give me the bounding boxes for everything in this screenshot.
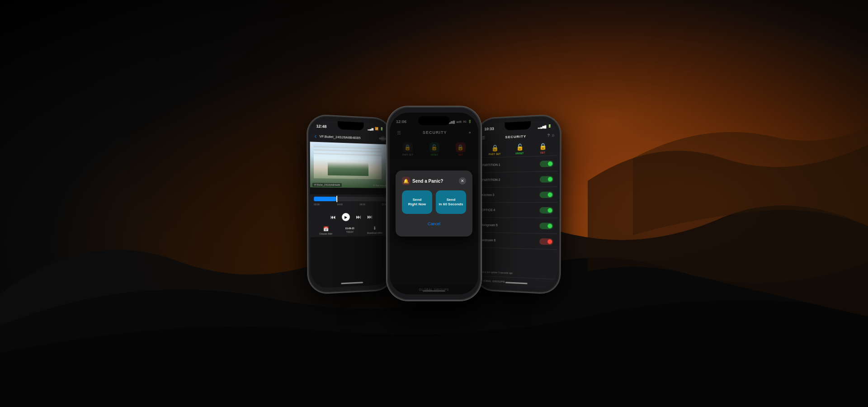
panic-cancel-label: Cancel — [428, 222, 440, 226]
toggle-dot-4 — [547, 208, 552, 213]
partition-1-name: PARTITION 1 — [482, 163, 500, 167]
partition-2-toggle[interactable] — [540, 176, 553, 183]
left-signal-icon: ▂▄▆ — [368, 127, 373, 130]
partition-item-1[interactable]: PARTITION 1 — [478, 156, 558, 173]
right-phone-screen: 10:33 ▂▄▆█ 🔋 ☰ SECURITY ? ⌂ — [476, 120, 558, 289]
partition-5-toggle[interactable] — [539, 222, 553, 229]
right-battery-icon: 🔋 — [547, 124, 552, 128]
download-icon: ⬇ — [373, 226, 377, 231]
panic-action-buttons: SendRight Now Sendin 60 Seconds — [402, 190, 466, 214]
partition-4-toggle[interactable] — [539, 207, 553, 213]
timeline-bar[interactable] — [314, 197, 387, 201]
date-display-item: 01-06-23 TODAY — [345, 227, 354, 233]
status-footer-text: Status last update: 5 seconds ago — [480, 270, 513, 274]
phone-left: 12:48 ▂▄▆ 📶 🔋 ‹ VF.Bullet_24S26A6B4EB5 R… — [307, 114, 394, 294]
partition-item-4[interactable]: OFFICE 4 — [477, 203, 558, 218]
video-thumbnail[interactable]: VF.Bullet_24S26A6B4EB5 ⊕ Set manually — [310, 142, 390, 188]
phone-right: 10:33 ▂▄▆█ 🔋 ☰ SECURITY ? ⌂ — [474, 114, 561, 294]
toggle-track-2 — [540, 176, 553, 183]
left-wifi-icon: 📶 — [375, 127, 378, 131]
part-set-action-icon: 🔒 — [491, 144, 498, 151]
panic-overlay: 🔔 Send a Panic? ✕ SendRight Now S — [390, 113, 478, 294]
left-status-icons: ▂▄▆ 📶 🔋 — [368, 127, 384, 131]
download-item[interactable]: ⬇ Download video — [367, 225, 382, 234]
right-signal-icon: ▂▄▆█ — [538, 125, 546, 128]
chevron-right-icon: › — [552, 282, 554, 286]
download-label: Download video — [367, 231, 382, 234]
right-menu-icon[interactable]: ☰ — [482, 136, 486, 140]
toggle-track-6 — [539, 238, 553, 245]
send-now-button[interactable]: SendRight Now — [402, 190, 432, 214]
volume-down-button — [307, 186, 308, 202]
right-status-icons: ▂▄▆█ 🔋 — [538, 124, 552, 128]
center-phone-screen: 12:06 ▂▄▆█ wifi 3G 🔋 ☰ SECURITY ● — [390, 113, 478, 294]
toggle-dot-6 — [547, 239, 552, 244]
center-volume-down — [387, 175, 387, 195]
timeline-labels: 00:00 04:00 08:00 12:00 — [314, 203, 387, 206]
send-60-label: Sendin 60 Seconds — [439, 198, 463, 206]
right-power — [560, 170, 561, 198]
timeline-label-0: 00:00 — [314, 203, 320, 206]
toggle-dot-5 — [547, 223, 552, 228]
right-home-icon[interactable]: ⌂ — [552, 133, 555, 137]
partition-item-2[interactable]: PARTITION 2 — [478, 171, 558, 188]
panic-close-button[interactable]: ✕ — [459, 177, 466, 185]
action-set[interactable]: 🔒 SET — [539, 142, 547, 154]
center-screen-content: 12:06 ▂▄▆█ wifi 3G 🔋 ☰ SECURITY ● — [390, 113, 478, 294]
phones-container: 12:48 ▂▄▆ 📶 🔋 ‹ VF.Bullet_24S26A6B4EB5 R… — [0, 0, 868, 407]
right-action-bar: 🔒 PART SET 🔓 UNSET 🔒 SET — [478, 140, 558, 158]
left-time: 12:48 — [316, 124, 327, 129]
left-screen-content: 12:48 ▂▄▆ 📶 🔋 ‹ VF.Bullet_24S26A6B4EB5 R… — [310, 120, 391, 289]
volume-up-button — [307, 168, 308, 184]
partition-3-toggle[interactable] — [540, 191, 553, 198]
partition-item-3[interactable]: Kitchen 3 — [478, 187, 558, 203]
partition-item-6[interactable]: bedroom 6 — [477, 232, 557, 250]
toggle-track-5 — [539, 222, 553, 229]
send-now-label: SendRight Now — [408, 198, 426, 206]
video-timestamp: VF.Bullet_24S26A6B4EB5 — [312, 183, 341, 187]
toggle-dot-1 — [548, 161, 552, 166]
right-help-icon[interactable]: ? — [547, 133, 550, 137]
partition-5-name: livingroom 5 — [481, 223, 498, 227]
send-60-button[interactable]: Sendin 60 Seconds — [436, 190, 466, 214]
right-notch — [505, 121, 531, 130]
unset-action-label: UNSET — [515, 151, 524, 154]
header-action-icons: RISCO — [380, 136, 385, 142]
risco-badge: RISCO — [380, 136, 385, 142]
right-screen-content: 10:33 ▂▄▆█ 🔋 ☰ SECURITY ? ⌂ — [476, 120, 558, 289]
action-part-set[interactable]: 🔒 PART SET — [489, 144, 501, 155]
timeline-section: 00:00 04:00 08:00 12:00 — [310, 194, 391, 211]
partition-1-toggle[interactable] — [540, 160, 553, 167]
play-button[interactable]: ▶ — [342, 213, 350, 221]
timeline-progress — [314, 197, 336, 201]
panic-dialog-header: 🔔 Send a Panic? ✕ — [402, 177, 466, 185]
center-power — [481, 170, 481, 204]
panic-dialog-title: Send a Panic? — [412, 179, 443, 184]
partition-4-name: OFFICE 4 — [482, 208, 495, 212]
back-button[interactable]: ‹ — [315, 133, 317, 140]
partition-list: PARTITION 1 PARTITION 2 — [477, 156, 558, 271]
fast-forward-button[interactable]: ⏭ — [356, 214, 361, 220]
timeline-label-1: 04:00 — [337, 203, 343, 206]
unset-action-icon: 🔓 — [516, 143, 524, 151]
partition-6-toggle[interactable] — [539, 238, 553, 245]
skip-forward-button[interactable]: ⏭ — [367, 214, 373, 220]
panic-cancel-button[interactable]: Cancel — [402, 218, 466, 230]
action-unset[interactable]: 🔓 UNSET — [515, 143, 524, 155]
set-manually-label: ⊕ Set manually — [373, 184, 388, 187]
phone-center: 12:06 ▂▄▆█ wifi 3G 🔋 ☰ SECURITY ● — [387, 106, 481, 301]
set-action-icon: 🔒 — [539, 142, 547, 150]
panic-dialog: 🔔 Send a Panic? ✕ SendRight Now S — [396, 170, 472, 237]
choose-date-item[interactable]: 📅 Choose date — [320, 226, 332, 235]
partition-2-name: PARTITION 2 — [482, 178, 500, 181]
timeline-marker — [336, 196, 337, 202]
set-action-label: SET — [540, 151, 545, 154]
partition-item-5[interactable]: livingroom 5 — [477, 218, 558, 234]
mute-button — [307, 151, 308, 163]
today-label: TODAY — [346, 231, 354, 233]
right-screen-title: SECURITY — [505, 134, 526, 139]
right-time: 10:33 — [484, 127, 494, 132]
partition-6-name: bedroom 6 — [481, 238, 496, 242]
skip-back-button[interactable]: ⏮ — [330, 214, 335, 220]
date-value: 01-06-23 — [345, 227, 354, 230]
